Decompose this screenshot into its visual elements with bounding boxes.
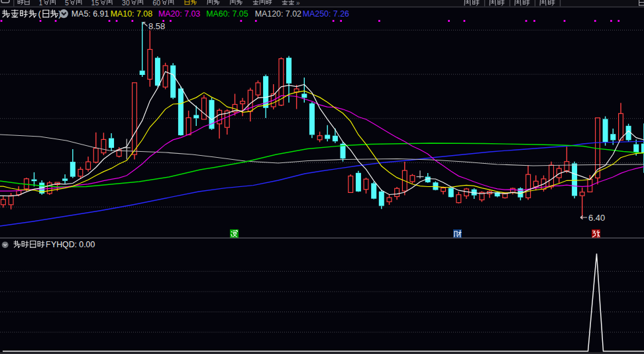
- svg-text:MA20: 7.03: MA20: 7.03: [158, 9, 200, 19]
- svg-text:MA120: 7.02: MA120: 7.02: [255, 9, 301, 19]
- svg-text:60: 60: [152, 0, 160, 7]
- svg-text:MA60: 7.05: MA60: 7.05: [206, 9, 248, 19]
- svg-text:MA5: 6.91: MA5: 6.91: [72, 9, 109, 19]
- svg-text:15: 15: [91, 0, 99, 7]
- svg-text:F: F: [46, 240, 50, 249]
- svg-text:MA250: 7.26: MA250: 7.26: [303, 9, 349, 19]
- svg-text:30: 30: [122, 0, 130, 7]
- svg-text:6.40: 6.40: [588, 213, 605, 223]
- svg-text:5: 5: [65, 0, 69, 7]
- svg-text:1: 1: [39, 0, 43, 7]
- svg-text:YHQD: 0.00: YHQD: 0.00: [51, 240, 95, 249]
- svg-text:MA10: 7.08: MA10: 7.08: [111, 9, 152, 19]
- svg-text:»: »: [296, 0, 300, 7]
- svg-text:8.58: 8.58: [148, 21, 165, 31]
- svg-text:(: (: [38, 9, 42, 19]
